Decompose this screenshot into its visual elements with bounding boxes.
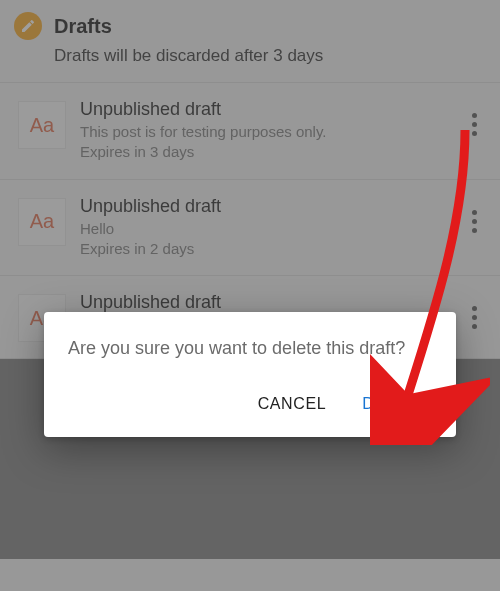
delete-confirm-dialog: Are you sure you want to delete this dra… bbox=[44, 312, 456, 437]
modal-scrim[interactable] bbox=[0, 0, 500, 591]
cancel-button[interactable]: CANCEL bbox=[254, 389, 331, 419]
delete-button[interactable]: DELETE bbox=[358, 389, 432, 419]
drafts-screen: Drafts Drafts will be discarded after 3 … bbox=[0, 0, 500, 591]
dialog-actions: CANCEL DELETE bbox=[68, 389, 432, 427]
dialog-message: Are you sure you want to delete this dra… bbox=[68, 336, 432, 361]
